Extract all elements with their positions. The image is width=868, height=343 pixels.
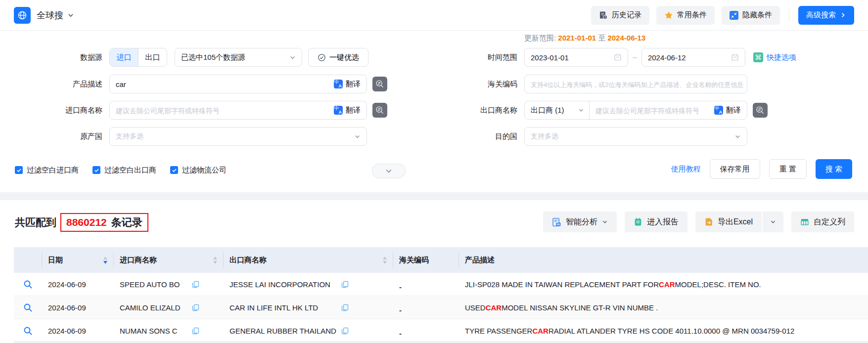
next-row-edge (14, 341, 868, 343)
copy-icon[interactable] (192, 304, 199, 311)
exporter-input[interactable] (590, 106, 708, 115)
tab-export[interactable]: 出口 (138, 48, 167, 66)
advanced-search-button[interactable]: 高级搜索 (798, 6, 854, 25)
checkbox-checked-icon (170, 166, 178, 174)
sort-control[interactable] (206, 257, 217, 264)
table-header-row: 日期 进口商名称 出口商名称 海关编码 产品描述 (14, 247, 868, 273)
smart-analysis-button[interactable]: BI 智能分析 (543, 212, 617, 232)
time-range-label: 时间范围 (435, 53, 517, 62)
datasource-select[interactable]: 已选中105个数据源 (175, 48, 302, 67)
chevron-down-icon (734, 133, 741, 140)
keyword-highlight: CAR (659, 280, 675, 289)
checkbox-checked-icon (92, 166, 100, 174)
table-row: 2024-06-09 SPEED AUTO BO JESSE LAI INCOR… (14, 273, 868, 296)
header-product-desc: 产品描述 (459, 252, 868, 268)
fuzzy-match-icon[interactable] (372, 103, 387, 118)
enter-report-button[interactable]: 进入报告 (625, 212, 687, 232)
hs-code-field (524, 75, 747, 93)
update-start-date: 2021-01-01 (558, 34, 596, 42)
tutorial-link[interactable]: 使用教程 (671, 165, 701, 174)
copy-icon[interactable] (341, 281, 349, 288)
chevron-down-icon (289, 54, 296, 61)
topbar: 全球搜 历史记录 常用条件 (0, 0, 868, 31)
copy-icon[interactable] (341, 327, 349, 335)
trade-search-page: 全球搜 历史记录 常用条件 (0, 0, 868, 343)
section-separator (0, 192, 868, 200)
report-icon (634, 217, 642, 226)
checkbox-filter-blank-exporter[interactable]: 过滤空白出口商 (92, 166, 156, 175)
search-detail-icon[interactable] (23, 280, 33, 289)
import-export-toggle: 进口 出口 (109, 48, 167, 67)
fuzzy-match-icon[interactable] (753, 103, 768, 118)
export-options-caret[interactable] (763, 212, 783, 232)
fuzzy-match-icon[interactable] (372, 77, 387, 91)
search-detail-icon[interactable] (23, 326, 33, 336)
translate-button[interactable]: 中 A 翻译 (328, 106, 366, 115)
history-button[interactable]: 历史记录 (591, 6, 649, 25)
translate-icon: 中 A (334, 80, 343, 88)
importer-label: 进口商名称 (15, 106, 102, 115)
cell-date: 2024-06-09 (42, 319, 114, 342)
excel-export-icon (704, 217, 713, 226)
hide-conditions-button[interactable]: 隐藏条件 (722, 6, 780, 25)
cell-date: 2024-06-09 (42, 273, 114, 296)
dest-country-select[interactable]: 支持多选 (524, 127, 747, 146)
quick-options-link[interactable]: ⌘ 快捷选项 (753, 52, 796, 62)
exporter-label: 出口商名称 (435, 106, 517, 115)
record-count: 8860212 (66, 216, 107, 228)
importer-input[interactable] (110, 106, 328, 115)
sort-control[interactable] (376, 257, 387, 264)
table-row: 2024-06-09 NUMAN SONS C GENERAL RUBBER T… (14, 319, 868, 343)
exporter-type-select[interactable]: 出口商 (1) (525, 106, 589, 115)
translate-button[interactable]: 中 A 翻译 (708, 106, 747, 115)
tab-import[interactable]: 进口 (110, 48, 138, 66)
star-icon (664, 11, 673, 20)
one-click-optimize-button[interactable]: 一键优选 (308, 48, 368, 67)
cell-hs-code: - (393, 273, 459, 296)
copy-icon[interactable] (192, 281, 199, 288)
exporter-field: 出口商 (1) 中 A 翻译 (524, 101, 747, 120)
update-end-date: 2024-06-13 (607, 34, 645, 42)
row-hs-code: 海关编码 (435, 74, 747, 94)
custom-columns-button[interactable]: 自定义列 (791, 212, 854, 232)
cell-hs-code: - (393, 319, 459, 342)
bi-analysis-icon: BI (552, 217, 561, 227)
svg-text:BI: BI (557, 222, 560, 225)
checkbox-filter-blank-importer[interactable]: 过滤空白进口商 (15, 166, 79, 175)
columns-icon (800, 217, 809, 226)
product-desc-field: 中 A 翻译 (109, 75, 367, 93)
export-excel-button[interactable]: 导出Excel (695, 212, 762, 232)
header-exporter[interactable]: 出口商名称 (224, 252, 393, 268)
reset-button[interactable]: 重 置 (769, 159, 807, 179)
product-desc-input[interactable] (110, 80, 328, 88)
search-detail-icon[interactable] (23, 303, 33, 312)
favorites-button[interactable]: 常用条件 (656, 6, 715, 25)
chevron-down-icon (602, 219, 608, 225)
copy-icon[interactable] (341, 304, 349, 311)
header-importer[interactable]: 进口商名称 (114, 252, 224, 268)
hs-code-input[interactable] (525, 80, 747, 88)
save-common-button[interactable]: 保存常用 (710, 159, 760, 179)
keyword-highlight: CAR (486, 303, 502, 312)
count-annotation-box: 8860212 条记录 (60, 213, 148, 232)
collapse-form-button[interactable] (372, 164, 406, 178)
keyword-highlight: CAR (532, 327, 548, 335)
row-data-source: 数据源 进口 出口 已选中105个数据源 一键优选 (15, 47, 368, 67)
topbar-actions: 历史记录 常用条件 隐藏条件 高级搜索 (591, 6, 854, 25)
header-date[interactable]: 日期 (42, 252, 114, 268)
chevron-down-icon (67, 12, 74, 19)
row-exporter: 出口商名称 出口商 (1) 中 A 翻译 (435, 100, 768, 120)
sort-control[interactable] (96, 257, 107, 264)
origin-country-select[interactable]: 支持多选 (109, 127, 367, 146)
translate-button[interactable]: 中 A 翻译 (328, 80, 366, 89)
search-button[interactable]: 搜 索 (816, 159, 852, 179)
start-date-input[interactable]: 2023-01-01 (524, 48, 628, 67)
collapse-icon (730, 11, 738, 20)
end-date-input[interactable]: 2024-06-12 (641, 48, 745, 67)
checkbox-filter-logistics[interactable]: 过滤物流公司 (170, 166, 227, 175)
copy-icon[interactable] (192, 327, 199, 335)
app-switcher-chevron[interactable] (67, 12, 74, 19)
origin-country-label: 原产国 (15, 132, 102, 141)
filter-checkboxes: 过滤空白进口商 过滤空白出口商 过滤物流公司 (15, 163, 227, 177)
translate-icon: 中 A (334, 106, 343, 115)
